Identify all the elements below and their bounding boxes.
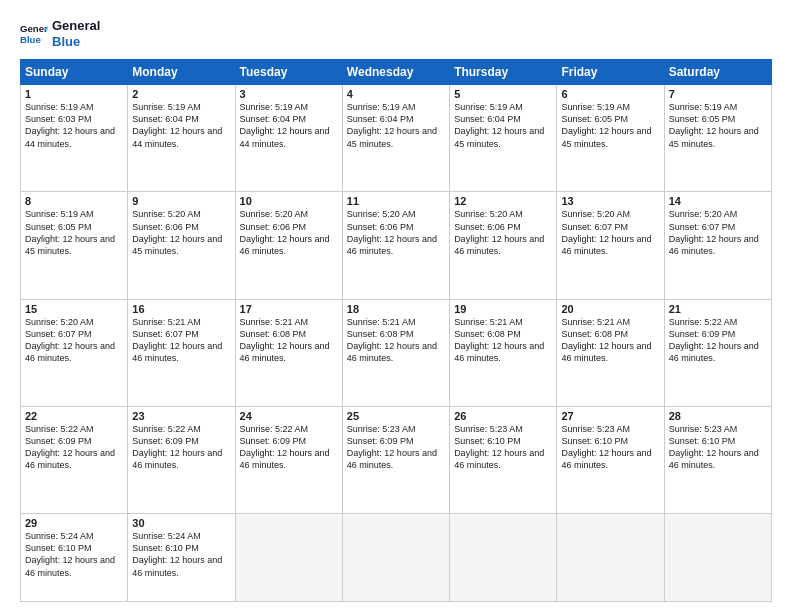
table-row: 1Sunrise: 5:19 AMSunset: 6:03 PMDaylight… (21, 85, 128, 192)
day-number: 18 (347, 303, 445, 315)
cell-info: Sunrise: 5:20 AMSunset: 6:06 PMDaylight:… (132, 208, 230, 257)
cell-info: Sunrise: 5:20 AMSunset: 6:06 PMDaylight:… (240, 208, 338, 257)
table-row: 16Sunrise: 5:21 AMSunset: 6:07 PMDayligh… (128, 299, 235, 406)
table-row: 30Sunrise: 5:24 AMSunset: 6:10 PMDayligh… (128, 514, 235, 602)
table-row: 29Sunrise: 5:24 AMSunset: 6:10 PMDayligh… (21, 514, 128, 602)
day-number: 11 (347, 195, 445, 207)
day-number: 29 (25, 517, 123, 529)
cell-info: Sunrise: 5:19 AMSunset: 6:04 PMDaylight:… (347, 101, 445, 150)
cell-info: Sunrise: 5:22 AMSunset: 6:09 PMDaylight:… (240, 423, 338, 472)
day-number: 25 (347, 410, 445, 422)
table-row: 15Sunrise: 5:20 AMSunset: 6:07 PMDayligh… (21, 299, 128, 406)
logo: General Blue General Blue (20, 18, 100, 49)
day-number: 30 (132, 517, 230, 529)
table-row: 12Sunrise: 5:20 AMSunset: 6:06 PMDayligh… (450, 192, 557, 299)
day-number: 1 (25, 88, 123, 100)
day-number: 4 (347, 88, 445, 100)
day-number: 27 (561, 410, 659, 422)
table-row: 5Sunrise: 5:19 AMSunset: 6:04 PMDaylight… (450, 85, 557, 192)
table-row: 3Sunrise: 5:19 AMSunset: 6:04 PMDaylight… (235, 85, 342, 192)
day-number: 20 (561, 303, 659, 315)
day-number: 12 (454, 195, 552, 207)
svg-text:General: General (20, 23, 48, 34)
table-row: 24Sunrise: 5:22 AMSunset: 6:09 PMDayligh… (235, 406, 342, 513)
weekday-header-wednesday: Wednesday (342, 60, 449, 85)
day-number: 19 (454, 303, 552, 315)
table-row: 18Sunrise: 5:21 AMSunset: 6:08 PMDayligh… (342, 299, 449, 406)
day-number: 17 (240, 303, 338, 315)
table-row: 19Sunrise: 5:21 AMSunset: 6:08 PMDayligh… (450, 299, 557, 406)
table-row: 10Sunrise: 5:20 AMSunset: 6:06 PMDayligh… (235, 192, 342, 299)
weekday-header-saturday: Saturday (664, 60, 771, 85)
day-number: 5 (454, 88, 552, 100)
cell-info: Sunrise: 5:21 AMSunset: 6:08 PMDaylight:… (240, 316, 338, 365)
cell-info: Sunrise: 5:20 AMSunset: 6:07 PMDaylight:… (561, 208, 659, 257)
day-number: 6 (561, 88, 659, 100)
day-number: 23 (132, 410, 230, 422)
cell-info: Sunrise: 5:19 AMSunset: 6:05 PMDaylight:… (561, 101, 659, 150)
table-row (450, 514, 557, 602)
table-row: 17Sunrise: 5:21 AMSunset: 6:08 PMDayligh… (235, 299, 342, 406)
day-number: 22 (25, 410, 123, 422)
cell-info: Sunrise: 5:19 AMSunset: 6:03 PMDaylight:… (25, 101, 123, 150)
day-number: 10 (240, 195, 338, 207)
table-row: 13Sunrise: 5:20 AMSunset: 6:07 PMDayligh… (557, 192, 664, 299)
weekday-header-monday: Monday (128, 60, 235, 85)
cell-info: Sunrise: 5:19 AMSunset: 6:05 PMDaylight:… (669, 101, 767, 150)
table-row (664, 514, 771, 602)
table-row: 25Sunrise: 5:23 AMSunset: 6:09 PMDayligh… (342, 406, 449, 513)
table-row (235, 514, 342, 602)
cell-info: Sunrise: 5:19 AMSunset: 6:04 PMDaylight:… (132, 101, 230, 150)
table-row: 7Sunrise: 5:19 AMSunset: 6:05 PMDaylight… (664, 85, 771, 192)
table-row: 2Sunrise: 5:19 AMSunset: 6:04 PMDaylight… (128, 85, 235, 192)
table-row: 23Sunrise: 5:22 AMSunset: 6:09 PMDayligh… (128, 406, 235, 513)
day-number: 2 (132, 88, 230, 100)
cell-info: Sunrise: 5:23 AMSunset: 6:10 PMDaylight:… (561, 423, 659, 472)
day-number: 16 (132, 303, 230, 315)
table-row: 4Sunrise: 5:19 AMSunset: 6:04 PMDaylight… (342, 85, 449, 192)
day-number: 9 (132, 195, 230, 207)
cell-info: Sunrise: 5:19 AMSunset: 6:04 PMDaylight:… (454, 101, 552, 150)
cell-info: Sunrise: 5:22 AMSunset: 6:09 PMDaylight:… (669, 316, 767, 365)
cell-info: Sunrise: 5:21 AMSunset: 6:08 PMDaylight:… (347, 316, 445, 365)
day-number: 21 (669, 303, 767, 315)
cell-info: Sunrise: 5:19 AMSunset: 6:05 PMDaylight:… (25, 208, 123, 257)
logo-icon: General Blue (20, 20, 48, 48)
cell-info: Sunrise: 5:23 AMSunset: 6:10 PMDaylight:… (454, 423, 552, 472)
page-header: General Blue General Blue (20, 18, 772, 49)
day-number: 28 (669, 410, 767, 422)
cell-info: Sunrise: 5:20 AMSunset: 6:07 PMDaylight:… (25, 316, 123, 365)
table-row: 28Sunrise: 5:23 AMSunset: 6:10 PMDayligh… (664, 406, 771, 513)
cell-info: Sunrise: 5:21 AMSunset: 6:08 PMDaylight:… (454, 316, 552, 365)
weekday-header-friday: Friday (557, 60, 664, 85)
table-row: 21Sunrise: 5:22 AMSunset: 6:09 PMDayligh… (664, 299, 771, 406)
weekday-header-sunday: Sunday (21, 60, 128, 85)
table-row: 14Sunrise: 5:20 AMSunset: 6:07 PMDayligh… (664, 192, 771, 299)
cell-info: Sunrise: 5:24 AMSunset: 6:10 PMDaylight:… (25, 530, 123, 579)
day-number: 15 (25, 303, 123, 315)
table-row: 8Sunrise: 5:19 AMSunset: 6:05 PMDaylight… (21, 192, 128, 299)
weekday-header-thursday: Thursday (450, 60, 557, 85)
day-number: 24 (240, 410, 338, 422)
cell-info: Sunrise: 5:23 AMSunset: 6:09 PMDaylight:… (347, 423, 445, 472)
table-row (342, 514, 449, 602)
cell-info: Sunrise: 5:19 AMSunset: 6:04 PMDaylight:… (240, 101, 338, 150)
table-row (557, 514, 664, 602)
cell-info: Sunrise: 5:20 AMSunset: 6:07 PMDaylight:… (669, 208, 767, 257)
day-number: 14 (669, 195, 767, 207)
cell-info: Sunrise: 5:20 AMSunset: 6:06 PMDaylight:… (347, 208, 445, 257)
table-row: 11Sunrise: 5:20 AMSunset: 6:06 PMDayligh… (342, 192, 449, 299)
day-number: 13 (561, 195, 659, 207)
table-row: 22Sunrise: 5:22 AMSunset: 6:09 PMDayligh… (21, 406, 128, 513)
cell-info: Sunrise: 5:20 AMSunset: 6:06 PMDaylight:… (454, 208, 552, 257)
cell-info: Sunrise: 5:23 AMSunset: 6:10 PMDaylight:… (669, 423, 767, 472)
day-number: 3 (240, 88, 338, 100)
day-number: 26 (454, 410, 552, 422)
cell-info: Sunrise: 5:24 AMSunset: 6:10 PMDaylight:… (132, 530, 230, 579)
table-row: 20Sunrise: 5:21 AMSunset: 6:08 PMDayligh… (557, 299, 664, 406)
cell-info: Sunrise: 5:21 AMSunset: 6:07 PMDaylight:… (132, 316, 230, 365)
table-row: 6Sunrise: 5:19 AMSunset: 6:05 PMDaylight… (557, 85, 664, 192)
table-row: 26Sunrise: 5:23 AMSunset: 6:10 PMDayligh… (450, 406, 557, 513)
day-number: 8 (25, 195, 123, 207)
weekday-header-tuesday: Tuesday (235, 60, 342, 85)
